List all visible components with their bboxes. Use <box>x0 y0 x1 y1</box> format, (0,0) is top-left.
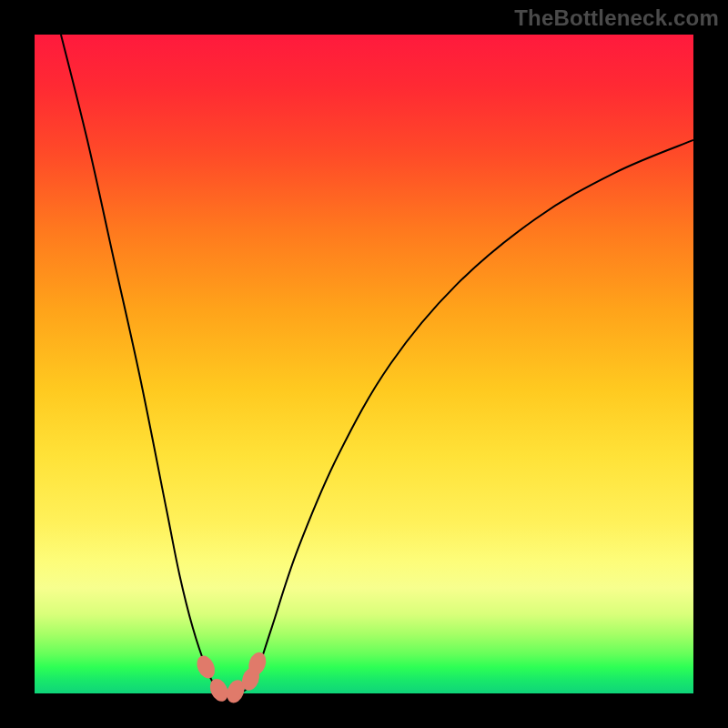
markers-group <box>194 650 269 705</box>
attribution-label: TheBottleneck.com <box>514 5 719 31</box>
curve-left-branch <box>61 35 232 694</box>
chart-frame: TheBottleneck.com <box>0 0 728 728</box>
plot-area <box>35 35 693 693</box>
curve-right-branch <box>232 140 693 694</box>
curve-layer <box>35 35 693 693</box>
data-marker <box>194 652 218 681</box>
